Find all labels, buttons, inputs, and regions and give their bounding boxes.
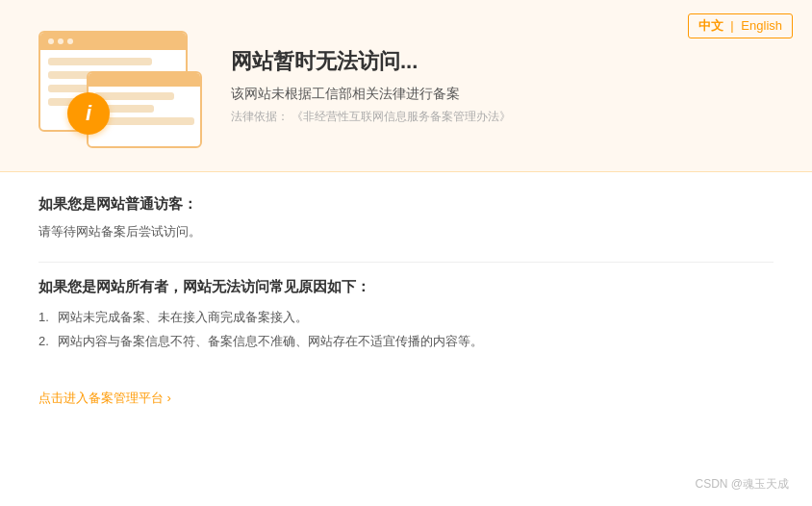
dot1	[48, 38, 54, 44]
reason-text-1: 网站未完成备案、未在接入商完成备案接入。	[58, 306, 308, 330]
browser-bar-2	[89, 73, 200, 87]
banner-subtitle: 该网站未根据工信部相关法律进行备案	[231, 86, 774, 103]
content-line-7	[94, 117, 194, 125]
reason-num-2: 2.	[38, 330, 54, 354]
info-icon: i	[67, 92, 110, 135]
banner-text: 网站暂时无法访问... 该网站未根据工信部相关法律进行备案 法律依据： 《非经营…	[231, 47, 774, 125]
beian-link[interactable]: 点击进入备案管理平台 ›	[38, 390, 171, 407]
dot3	[67, 38, 73, 44]
lang-divider: |	[730, 18, 733, 33]
reason-num-1: 1.	[38, 306, 54, 330]
content-line-5	[94, 92, 174, 100]
law-text: 《非经营性互联网信息服务备案管理办法》	[292, 110, 511, 123]
reason-item-2: 2. 网站内容与备案信息不符、备案信息不准确、网站存在不适宜传播的内容等。	[38, 330, 774, 354]
reason-item-1: 1. 网站未完成备案、未在接入商完成备案接入。	[38, 306, 774, 330]
illustration: i	[38, 23, 202, 148]
footer-watermark: CSDN @魂玉天成	[695, 476, 789, 493]
banner-law: 法律依据： 《非经营性互联网信息服务备案管理办法》	[231, 109, 774, 125]
visitor-section: 如果您是网站普通访客： 请等待网站备案后尝试访问。	[38, 195, 774, 242]
owner-section: 如果您是网站所有者，网站无法访问常见原因如下： 1. 网站未完成备案、未在接入商…	[38, 278, 774, 353]
visitor-title: 如果您是网站普通访客：	[38, 195, 774, 214]
lang-en[interactable]: English	[741, 18, 782, 33]
owner-title: 如果您是网站所有者，网站无法访问常见原因如下：	[38, 278, 774, 296]
banner-title: 网站暂时无法访问...	[231, 47, 774, 76]
divider	[38, 262, 774, 263]
reasons-list: 1. 网站未完成备案、未在接入商完成备案接入。 2. 网站内容与备案信息不符、备…	[38, 306, 774, 353]
reason-text-2: 网站内容与备案信息不符、备案信息不准确、网站存在不适宜传播的内容等。	[58, 330, 483, 354]
main-content: 如果您是网站普通访客： 请等待网站备案后尝试访问。 如果您是网站所有者，网站无法…	[0, 172, 812, 430]
lang-zh[interactable]: 中文	[698, 18, 723, 33]
lang-switcher[interactable]: 中文 | English	[688, 13, 793, 38]
law-prefix: 法律依据：	[231, 110, 289, 123]
content-line-1	[48, 58, 152, 65]
beian-link-text: 点击进入备案管理平台 ›	[38, 390, 171, 407]
dot2	[58, 38, 63, 44]
visitor-text: 请等待网站备案后尝试访问。	[38, 221, 774, 242]
browser-bar	[40, 33, 186, 50]
